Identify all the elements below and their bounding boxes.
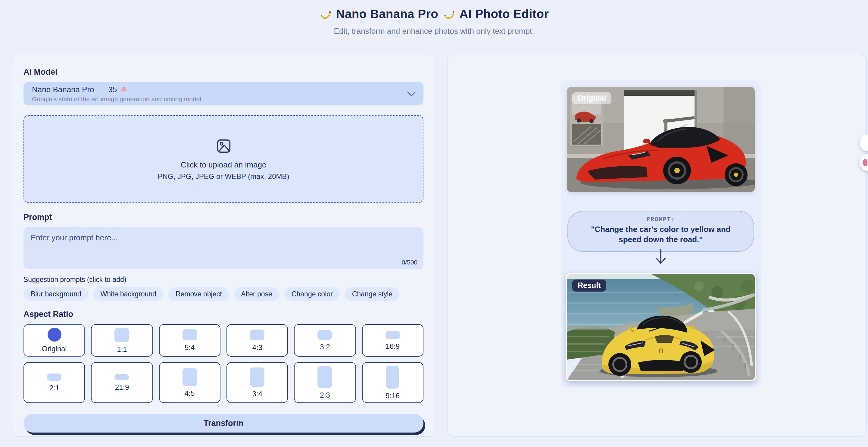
prompt-label: Prompt xyxy=(24,213,424,222)
page-title-part2: AI Photo Editor xyxy=(459,7,549,21)
model-credits: 35 xyxy=(108,85,117,94)
prompt-bubble: PROMPT: "Change the car's color to yello… xyxy=(567,211,754,252)
aspect-option-label: 5:4 xyxy=(185,344,194,352)
purse-icon xyxy=(120,86,128,93)
result-image: Result xyxy=(566,273,756,381)
model-description: Google's state of the art image generati… xyxy=(32,95,415,102)
aspect-option-label: 3:2 xyxy=(320,342,330,351)
upload-formats: PNG, JPG, JPEG or WEBP (max. 20MB) xyxy=(158,172,289,180)
aspect-option-2:3[interactable]: 2:3 xyxy=(294,362,356,403)
page-title: Nano Banana Pro AI Photo Editor xyxy=(0,7,868,21)
aspect-option-3:4[interactable]: 3:4 xyxy=(226,362,288,403)
pink-glyph xyxy=(863,159,867,166)
aspect-option-label: 4:5 xyxy=(185,389,194,397)
upload-instruction: Click to upload an image xyxy=(181,160,267,169)
original-image: Original xyxy=(567,87,755,192)
aspect-ratio-grid: Original1:15:44:33:216:92:121:94:53:42:3… xyxy=(24,324,424,403)
page-title-part1: Nano Banana Pro xyxy=(336,7,438,21)
model-separator: – xyxy=(99,85,103,94)
aspect-shape xyxy=(47,373,61,381)
upload-dropzone[interactable]: Click to upload an image PNG, JPG, JPEG … xyxy=(24,115,424,203)
aspect-shape xyxy=(115,327,129,342)
image-placeholder-icon xyxy=(215,138,231,154)
result-badge: Result xyxy=(572,279,606,292)
aspect-ratio-label: Aspect Ratio xyxy=(24,310,424,319)
banana-icon xyxy=(319,8,332,21)
aspect-option-4:3[interactable]: 4:3 xyxy=(226,324,288,357)
aspect-option-label: 3:4 xyxy=(252,389,262,398)
arrow-down-icon xyxy=(654,247,668,267)
aspect-option-3:2[interactable]: 3:2 xyxy=(294,324,356,357)
aspect-shape xyxy=(318,366,332,388)
aspect-shape xyxy=(250,367,265,386)
app-root: Nano Banana Pro AI Photo Editor Edit, tr… xyxy=(0,0,868,447)
editor-panel: AI Model Nano Banana Pro – 35 Google's s… xyxy=(11,54,436,437)
showcase-container: Original PROMPT: "Change the car's color… xyxy=(561,80,761,387)
aspect-shape xyxy=(318,330,332,339)
aspect-option-label: 4:3 xyxy=(252,343,262,352)
aspect-option-5:4[interactable]: 5:4 xyxy=(159,324,220,357)
aspect-option-original[interactable]: Original xyxy=(24,324,85,357)
page-subtitle: Edit, transform and enhance photos with … xyxy=(0,27,868,35)
aspect-shape xyxy=(385,330,400,339)
aspect-option-4:5[interactable]: 4:5 xyxy=(159,362,220,403)
transform-button[interactable]: Transform xyxy=(24,414,424,433)
model-name: Nano Banana Pro xyxy=(32,85,94,94)
aspect-shape xyxy=(250,329,265,340)
aspect-option-9:16[interactable]: 9:16 xyxy=(362,362,424,403)
aspect-option-label: Original xyxy=(42,345,67,353)
suggestions-label: Suggestion prompts (click to add) xyxy=(24,276,424,283)
aspect-option-label: 21:9 xyxy=(115,383,129,391)
aspect-option-16:9[interactable]: 16:9 xyxy=(362,324,424,357)
showcase-panel: Original PROMPT: "Change the car's color… xyxy=(447,54,867,437)
aspect-option-label: 1:1 xyxy=(117,345,127,353)
aspect-option-2:1[interactable]: 2:1 xyxy=(24,362,85,403)
prompt-input[interactable] xyxy=(24,227,424,259)
prompt-bubble-text: "Change the car's color to yellow and sp… xyxy=(579,225,743,245)
page-header: Nano Banana Pro AI Photo Editor Edit, tr… xyxy=(0,7,868,35)
model-dropdown[interactable]: Nano Banana Pro – 35 Google's state of t… xyxy=(24,82,424,106)
aspect-option-label: 9:16 xyxy=(385,391,400,400)
banana-icon xyxy=(442,8,455,21)
aspect-option-label: 2:1 xyxy=(50,383,59,392)
suggestion-chip[interactable]: Blur background xyxy=(24,287,89,301)
model-selected-value: Nano Banana Pro – 35 xyxy=(32,85,415,94)
aspect-shape xyxy=(386,365,399,388)
prompt-input-wrapper: 0/500 xyxy=(24,227,424,269)
aspect-shape xyxy=(183,368,197,386)
aspect-shape xyxy=(183,329,197,340)
aspect-original-circle xyxy=(47,328,61,341)
suggestion-chip[interactable]: Change color xyxy=(284,287,340,301)
prompt-bubble-label: PROMPT: xyxy=(579,216,743,223)
ai-model-label: AI Model xyxy=(24,67,424,77)
aspect-option-label: 16:9 xyxy=(385,342,400,350)
aspect-option-21:9[interactable]: 21:9 xyxy=(91,362,153,403)
suggestion-chip[interactable]: Remove object xyxy=(168,287,229,301)
suggestion-chip[interactable]: Alter pose xyxy=(234,287,279,301)
char-counter: 0/500 xyxy=(401,259,417,266)
original-badge: Original xyxy=(572,92,611,104)
aspect-option-label: 2:3 xyxy=(320,391,330,399)
chevron-down-icon xyxy=(407,91,415,96)
suggestion-chip[interactable]: White background xyxy=(93,287,163,301)
suggestion-chips: Blur backgroundWhite backgroundRemove ob… xyxy=(24,287,424,301)
aspect-option-1:1[interactable]: 1:1 xyxy=(91,324,153,357)
aspect-shape xyxy=(115,374,129,380)
suggestion-chip[interactable]: Change style xyxy=(345,287,400,301)
